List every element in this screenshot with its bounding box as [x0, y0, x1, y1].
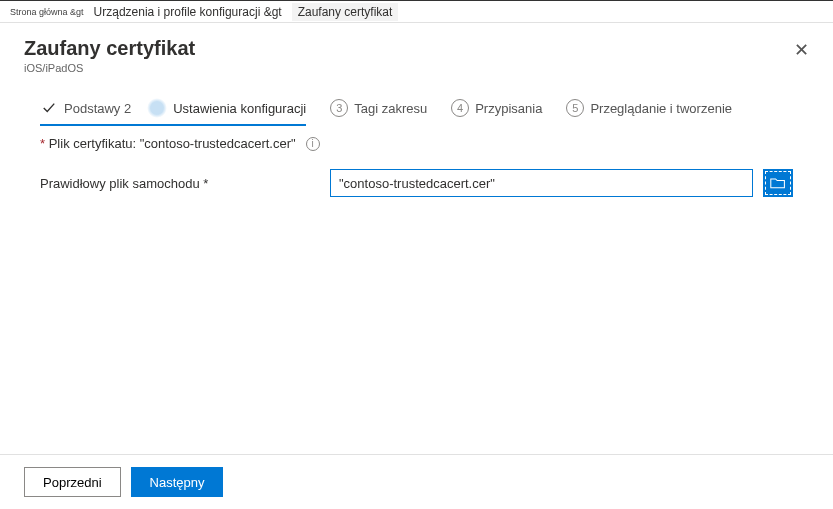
- page-subtitle: iOS/iPadOS: [24, 62, 195, 74]
- breadcrumb-home[interactable]: Strona główna &gt: [10, 7, 84, 17]
- next-button[interactable]: Następny: [131, 467, 224, 497]
- file-input[interactable]: [330, 169, 753, 197]
- breadcrumb: Strona główna &gt Urządzenia i profile k…: [0, 1, 833, 23]
- form-content: * Plik certyfikatu: "contoso-trustedcace…: [0, 118, 833, 197]
- wizard-step-assignments[interactable]: 4 Przypisania: [451, 99, 542, 117]
- cert-file-label: Plik certyfikatu: "contoso-trustedcacert…: [49, 136, 296, 151]
- close-button[interactable]: ✕: [790, 37, 813, 63]
- breadcrumb-devices[interactable]: Urządzenia i profile konfiguracji &gt: [94, 5, 282, 19]
- wizard-step-review[interactable]: 5 Przeglądanie i tworzenie: [566, 99, 732, 117]
- step-number-icon: 5: [566, 99, 584, 117]
- wizard-steps: Podstawy 2 Ustawienia konfiguracji 3 Tag…: [0, 80, 833, 118]
- page-title: Zaufany certyfikat: [24, 37, 195, 60]
- breadcrumb-current: Zaufany certyfikat: [292, 3, 399, 21]
- folder-icon: [770, 176, 786, 190]
- close-icon: ✕: [794, 40, 809, 60]
- page-header: Zaufany certyfikat iOS/iPadOS ✕: [0, 23, 833, 80]
- browse-button[interactable]: [763, 169, 793, 197]
- info-icon[interactable]: i: [306, 137, 320, 151]
- valid-file-label: Prawidłowy plik samochodu *: [40, 176, 320, 191]
- step-active-dot-icon: [147, 98, 167, 118]
- wizard-step-config[interactable]: Ustawienia konfiguracji: [147, 98, 306, 118]
- check-icon: [40, 99, 58, 117]
- wizard-step-scope-tags[interactable]: 3 Tagi zakresu: [330, 99, 427, 117]
- step-number-icon: 4: [451, 99, 469, 117]
- wizard-step-basics[interactable]: Podstawy 2: [40, 99, 131, 117]
- wizard-footer: Poprzedni Następny: [0, 454, 833, 509]
- step-number-icon: 3: [330, 99, 348, 117]
- required-indicator: *: [40, 136, 45, 151]
- previous-button[interactable]: Poprzedni: [24, 467, 121, 497]
